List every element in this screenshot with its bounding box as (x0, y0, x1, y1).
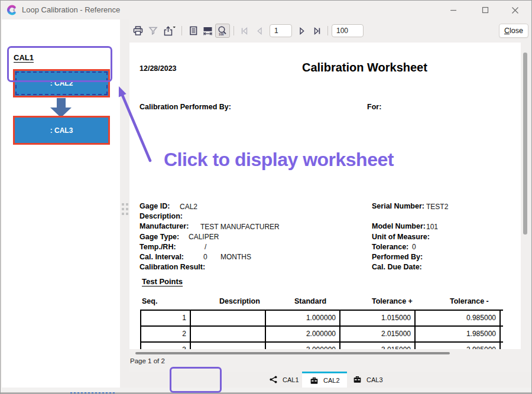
field-label: Cal. Interval: (140, 253, 184, 261)
report-page: 12/28/2023 Calibration Worksheet Calibra… (129, 43, 521, 349)
previous-page-icon[interactable] (252, 24, 267, 38)
column-header: Tolerance - (450, 297, 489, 305)
field-label: Unit of Measure: (372, 233, 430, 241)
field-label: Temp./RH: (140, 243, 176, 251)
for-label: For: (367, 103, 381, 111)
share-icon (269, 375, 278, 384)
filter-icon[interactable] (145, 24, 160, 38)
gage-fields-right: Serial Number:TEST2 Model Number:101 Uni… (372, 202, 517, 273)
field-value: 0 (412, 243, 416, 251)
horizontal-scrollbar[interactable] (135, 352, 450, 354)
toolbox-icon (310, 376, 319, 385)
maximize-icon[interactable] (475, 1, 496, 19)
annotation-highlight-cal2-node (7, 46, 112, 82)
field-label: Performed By: (372, 253, 423, 261)
toolbar-separator (327, 26, 328, 35)
table-row: 3 3.000000 3.015000 2.985000 (141, 343, 503, 349)
node-cal3[interactable]: : CAL3 (13, 116, 110, 145)
toolbar-separator (181, 26, 182, 35)
tab-cal2-active[interactable]: CAL2 (302, 372, 347, 388)
window-title: Loop Calibration - Reference (22, 1, 120, 19)
field-label: Model Number: (372, 222, 426, 230)
last-page-icon[interactable] (309, 24, 324, 38)
flow-arrow (57, 98, 66, 108)
page-width-view-icon[interactable] (200, 24, 215, 38)
annotation-highlight-cal2-tab (170, 367, 222, 393)
field-label: Manufacturer: (140, 222, 189, 230)
column-header: Standard (294, 297, 326, 305)
toolbar-separator (233, 26, 234, 35)
report-toolbar: 100 (131, 23, 364, 38)
export-icon[interactable] (160, 24, 178, 38)
test-points-heading: Test Points (142, 277, 183, 286)
app-logo-icon (7, 5, 17, 15)
field-value: TEST MANUFACTURER (200, 223, 280, 231)
title-bar: Loop Calibration - Reference (1, 1, 531, 19)
node-cal3-label: : CAL3 (50, 126, 73, 135)
field-label: Gage Type: (140, 233, 179, 241)
tab-label: CAL2 (323, 377, 340, 384)
cell-seq: 1 (141, 311, 191, 325)
test-points-column-headers: Seq. Description Standard Tolerance + To… (129, 297, 520, 307)
field-label: Gage ID: (140, 202, 170, 210)
field-label: Cal. Due Date: (372, 263, 422, 271)
panel-splitter[interactable] (120, 19, 129, 388)
cell-seq: 3 (141, 343, 191, 349)
test-points-table: 1 1.000000 1.015000 0.985000 2 2.000000 … (140, 310, 503, 349)
vertical-scrollbar[interactable] (523, 53, 527, 235)
annotation-text: Click to display worksheet (164, 149, 394, 171)
gage-fields-left: Gage ID:CAL2 Description: Manufacturer:T… (140, 202, 364, 273)
field-value: TEST2 (426, 203, 448, 211)
cell-tolerance-minus: 0.985000 (416, 311, 501, 325)
svg-text:100: 100 (219, 32, 224, 35)
zoom-100-icon[interactable]: 100 (215, 24, 230, 38)
page-number-input[interactable] (270, 24, 292, 37)
window-bottom-strip (1, 388, 532, 394)
page-info: Page 1 of 2 (130, 357, 165, 364)
field-unit: MONTHS (220, 253, 251, 261)
field-value: CAL2 (180, 203, 197, 211)
cell-tolerance-plus: 1.015000 (340, 311, 416, 325)
field-value: 101 (426, 223, 438, 231)
tab-cal3[interactable]: CAL3 (353, 372, 383, 388)
zoom-level-input[interactable] (332, 24, 364, 37)
cell-tolerance-plus: 3.015000 (340, 343, 416, 349)
cell-tolerance-minus: 2.985000 (416, 343, 501, 349)
next-page-icon[interactable] (294, 24, 309, 38)
toolbox-icon (353, 375, 362, 384)
cell-tolerance-minus: 1.985000 (416, 327, 501, 341)
field-label: Description: (140, 212, 183, 220)
first-page-icon[interactable] (238, 24, 252, 38)
performed-by-label: Calibration Performed By: (140, 103, 231, 111)
column-header: Seq. (142, 297, 157, 305)
cell-tolerance-plus: 2.015000 (340, 327, 416, 341)
cell-standard: 1.000000 (266, 311, 340, 325)
cell-description (191, 311, 266, 325)
column-header: Description (219, 297, 260, 305)
close-icon[interactable] (504, 1, 525, 19)
field-label: Calibration Result: (140, 263, 205, 271)
report-title: Calibration Worksheet (302, 61, 427, 74)
tab-label: CAL3 (366, 376, 383, 383)
cell-standard: 2.000000 (266, 327, 340, 341)
minimize-icon[interactable] (443, 1, 464, 19)
close-button[interactable]: Close (499, 24, 528, 38)
tab-label: CAL1 (283, 376, 299, 383)
column-header: Tolerance + (372, 297, 413, 305)
table-row: 2 2.000000 2.015000 1.985000 (141, 327, 503, 343)
cell-seq: 2 (141, 327, 191, 341)
app-window: Loop Calibration - Reference CAL1 : CAL2… (0, 0, 532, 394)
field-value: / (205, 243, 206, 251)
field-label: Serial Number: (372, 202, 424, 210)
field-value: CALIPER (189, 233, 219, 241)
tab-cal1[interactable]: CAL1 (269, 372, 299, 388)
single-page-view-icon[interactable] (186, 24, 200, 38)
cell-standard: 3.000000 (266, 343, 340, 349)
cell-description (191, 327, 266, 341)
field-value: 0 (203, 253, 207, 261)
table-row: 1 1.000000 1.015000 0.985000 (141, 311, 503, 327)
print-icon[interactable] (131, 24, 145, 38)
cell-description (191, 343, 266, 349)
field-label: Tolerance: (372, 243, 408, 251)
report-date: 12/28/2023 (140, 64, 177, 73)
